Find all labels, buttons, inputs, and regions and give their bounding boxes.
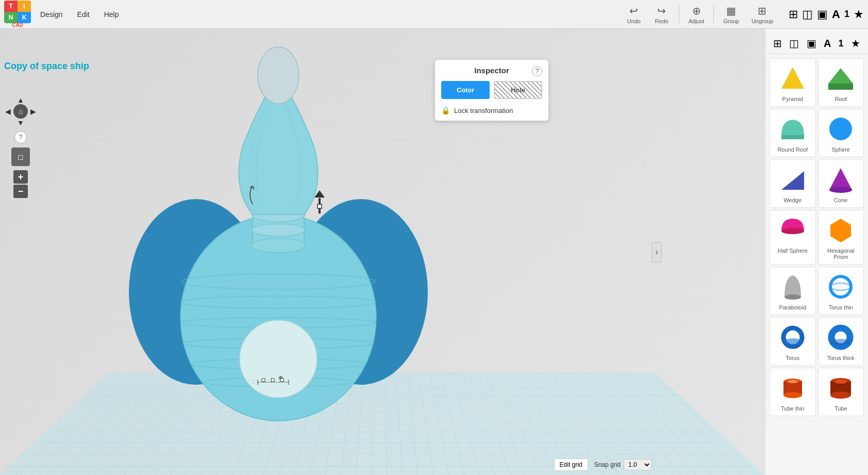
zoom-in-button[interactable]: +	[13, 170, 28, 184]
shape-item-pyramid[interactable]: Pyramid	[770, 58, 816, 107]
menu-edit[interactable]: Edit	[72, 8, 95, 21]
adjust-label: Adjust	[689, 18, 705, 24]
shapes-panel: ⊞ ◫ ▣ A 1 ★ PyramidRoofRound RoofSphereW…	[765, 29, 868, 475]
svg-rect-27	[828, 84, 853, 90]
inspector-help-button[interactable]: ?	[532, 66, 542, 76]
redo-label: Redo	[655, 18, 669, 24]
svg-point-36	[830, 276, 851, 297]
home-button[interactable]: ⌂	[13, 104, 28, 119]
ungroup-icon: ⊞	[758, 5, 766, 17]
pan-left-arrow[interactable]: ◀	[5, 107, 11, 116]
shape-label-hex-prism: Hexagonal Prism	[821, 248, 862, 260]
home-icon: ⌂	[19, 107, 23, 116]
svg-marker-25	[781, 67, 804, 89]
shapes-box-icon[interactable]: ▣	[807, 37, 816, 50]
grid-icon[interactable]: ⊞	[789, 8, 798, 21]
undo-label: Undo	[627, 18, 641, 24]
adjust-button[interactable]: ⊕ Adjust	[683, 3, 710, 26]
svg-point-9	[240, 320, 317, 398]
ungroup-button[interactable]: ⊞ Ungroup	[746, 3, 778, 26]
edit-grid-button[interactable]: Edit grid	[554, 458, 588, 471]
shape-label-torus: Torus	[786, 355, 799, 361]
svg-point-12	[252, 224, 305, 236]
shape-item-paraboloid[interactable]: Paraboloid	[770, 267, 816, 315]
color-button[interactable]: Color	[441, 81, 490, 99]
redo-button[interactable]: ↪ Redo	[649, 3, 675, 26]
canvas-area[interactable]: Copy of space ship ▲ ▼ ◀ ▶ ⌂ ? ◻ + −	[0, 29, 765, 475]
group-button[interactable]: ▦ Group	[718, 3, 744, 26]
pan-up-arrow[interactable]: ▲	[17, 96, 24, 104]
shapes-star-icon[interactable]: ★	[851, 37, 860, 50]
shape-item-torus-thin[interactable]: Torus thin	[818, 267, 864, 315]
svg-point-49	[834, 380, 847, 384]
logo-cad: CAD	[12, 22, 23, 28]
collapse-panel-button[interactable]: ›	[652, 242, 662, 263]
undo-icon: ↩	[629, 5, 638, 17]
shape-preview-torus	[777, 322, 808, 353]
shape-item-roof[interactable]: Roof	[818, 58, 864, 107]
text-icon[interactable]: A	[832, 8, 840, 21]
zoom-group: + −	[13, 170, 28, 198]
shape-item-tube-thin[interactable]: Tube thin	[770, 368, 816, 416]
3d-model[interactable]: : ⊕	[103, 44, 454, 447]
shape-item-round-roof[interactable]: Round Roof	[770, 109, 816, 157]
shape-label-half-sphere: Half Sphere	[778, 248, 808, 254]
help-button[interactable]: ?	[14, 131, 27, 143]
shape-label-wedge: Wedge	[783, 197, 802, 203]
pan-down-arrow[interactable]: ▼	[17, 119, 24, 127]
ungroup-label: Ungroup	[752, 18, 773, 24]
shape-label-torus-thick: Torus thick	[827, 355, 855, 361]
inspector-buttons: Color Hole	[441, 81, 542, 99]
logo-i: I	[18, 1, 31, 12]
shape-item-half-sphere[interactable]: Half Sphere	[770, 210, 816, 265]
svg-point-33	[781, 228, 804, 234]
svg-point-14	[258, 47, 299, 104]
menu-design[interactable]: Design	[35, 8, 68, 21]
svg-rect-16	[318, 204, 322, 208]
undo-button[interactable]: ↩ Undo	[621, 3, 647, 26]
svg-point-45	[788, 380, 798, 383]
shape-label-round-roof: Round Roof	[777, 146, 808, 153]
shape-item-sphere[interactable]: Sphere	[818, 109, 864, 157]
shape-preview-tube-thin	[777, 372, 808, 403]
shape-item-hex-prism[interactable]: Hexagonal Prism	[818, 210, 864, 265]
star-icon[interactable]: ★	[854, 8, 864, 21]
menu-help[interactable]: Help	[99, 8, 124, 21]
logo-t: T	[4, 1, 18, 12]
grid-view-icon[interactable]: ⊞	[773, 37, 782, 50]
shape-label-roof: Roof	[835, 96, 847, 102]
svg-point-35	[784, 294, 801, 300]
snap-grid-select[interactable]: 1.0 0.5 0.25 2.0	[624, 459, 652, 470]
svg-rect-22	[262, 379, 265, 382]
shapes-text-icon[interactable]: A	[824, 38, 831, 50]
shape-item-torus[interactable]: Torus	[770, 317, 816, 366]
shape-label-tube-thin: Tube thin	[781, 405, 804, 412]
hole-button[interactable]: Hole	[494, 81, 542, 99]
shape-label-sphere: Sphere	[832, 146, 850, 153]
shape-preview-half-sphere	[777, 215, 808, 245]
shape-item-cone[interactable]: Cone	[818, 159, 864, 208]
shapes-3d-icon[interactable]: ◫	[789, 37, 799, 50]
adjust-icon: ⊕	[692, 5, 701, 17]
toolbar-sep-1	[679, 5, 679, 24]
box-icon[interactable]: ▣	[817, 8, 828, 21]
pan-control[interactable]: ▲ ▼ ◀ ▶ ⌂	[5, 96, 36, 127]
shape-preview-hex-prism	[825, 215, 856, 245]
svg-marker-30	[781, 171, 804, 190]
shape-item-tube[interactable]: Tube	[818, 368, 864, 416]
3d-view-icon[interactable]: ◫	[802, 8, 813, 21]
pan-right-arrow[interactable]: ▶	[30, 107, 36, 116]
shape-item-wedge[interactable]: Wedge	[770, 159, 816, 208]
svg-point-39	[783, 338, 802, 345]
shape-item-torus-thick[interactable]: Torus thick	[818, 317, 864, 366]
snap-grid-label: Snap grid	[594, 461, 621, 468]
shape-preview-pyramid	[777, 63, 808, 94]
logo-n: N	[4, 12, 18, 23]
svg-text::: :	[253, 379, 254, 385]
logo[interactable]: T I N K CAD	[4, 1, 31, 28]
view-cube[interactable]: ◻	[11, 148, 30, 166]
logo-k: K	[18, 12, 31, 23]
shapes-panel-header: ⊞ ◫ ▣ A 1 ★	[765, 33, 868, 54]
zoom-out-button[interactable]: −	[13, 185, 28, 198]
svg-point-37	[830, 283, 851, 290]
